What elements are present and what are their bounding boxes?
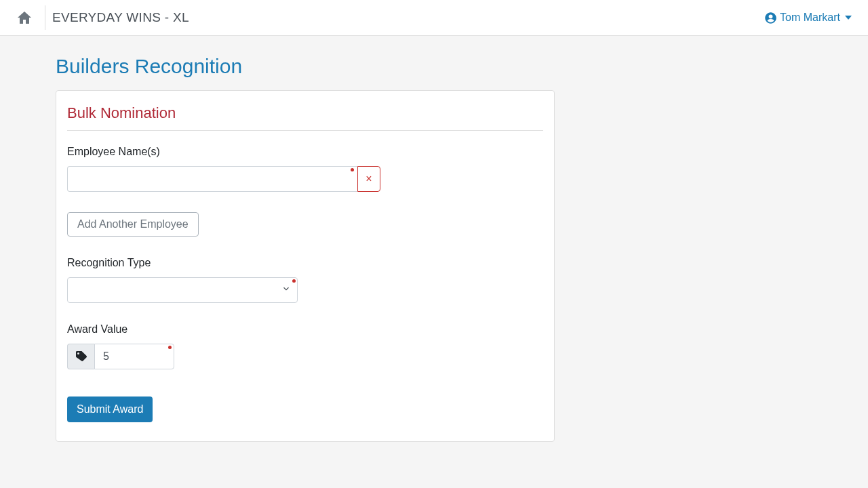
recognition-type-group: Recognition Type <box>67 257 543 303</box>
top-navbar: EVERYDAY WINS - XL Tom Markart <box>0 0 868 36</box>
submit-award-button[interactable]: Submit Award <box>67 396 153 422</box>
brand-title: EVERYDAY WINS - XL <box>52 10 189 25</box>
content-area: Builders Recognition Bulk Nomination Emp… <box>0 36 868 442</box>
remove-employee-button[interactable]: × <box>357 166 380 192</box>
recognition-type-select[interactable] <box>67 277 298 303</box>
home-icon[interactable] <box>11 9 41 26</box>
award-value-label: Award Value <box>67 323 543 336</box>
add-another-employee-button[interactable]: Add Another Employee <box>67 212 199 237</box>
nav-divider <box>45 5 45 30</box>
recognition-type-label: Recognition Type <box>67 257 543 269</box>
page-title: Builders Recognition <box>56 55 812 78</box>
tag-icon <box>67 344 94 369</box>
required-indicator-icon <box>292 279 296 283</box>
award-value-group: Award Value <box>67 323 543 369</box>
nomination-card: Bulk Nomination Employee Name(s) × Add A… <box>56 90 555 442</box>
required-indicator-icon <box>168 346 172 349</box>
award-value-input[interactable] <box>94 344 174 369</box>
user-name: Tom Markart <box>780 12 840 24</box>
employee-name-label: Employee Name(s) <box>67 146 543 158</box>
card-title: Bulk Nomination <box>67 102 543 131</box>
employee-name-group: Employee Name(s) × <box>67 146 543 192</box>
user-circle-icon <box>765 12 776 24</box>
employee-name-input[interactable] <box>67 166 357 192</box>
close-icon: × <box>366 173 372 185</box>
user-menu[interactable]: Tom Markart <box>765 12 857 24</box>
required-indicator-icon <box>351 168 354 171</box>
add-employee-group: Add Another Employee <box>67 212 543 237</box>
chevron-down-icon <box>845 16 852 20</box>
